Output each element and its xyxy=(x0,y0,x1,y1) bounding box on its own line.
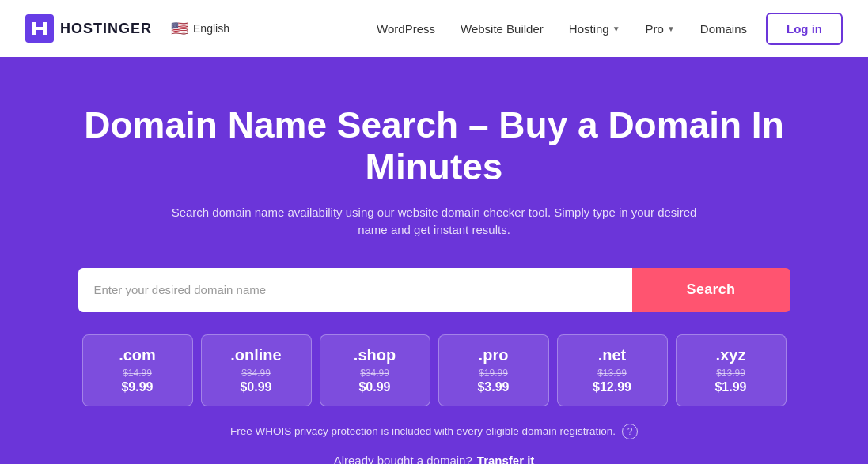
domain-card[interactable]: .pro $19.99 $3.99 xyxy=(438,334,549,406)
login-button[interactable]: Log in xyxy=(766,13,843,45)
nav-link-domains[interactable]: Domains xyxy=(700,22,747,36)
page-title: Domain Name Search – Buy a Domain In Min… xyxy=(57,104,811,188)
nav-item-website-builder[interactable]: Website Builder xyxy=(461,22,544,36)
domain-extension: .online xyxy=(211,346,301,364)
chevron-down-icon: ▼ xyxy=(667,25,675,33)
nav-item-hosting[interactable]: Hosting ▼ xyxy=(569,22,620,36)
domain-search-input[interactable] xyxy=(78,268,632,312)
nav-link-pro[interactable]: Pro ▼ xyxy=(646,22,675,36)
logo-icon xyxy=(25,14,54,43)
domain-original-price: $14.99 xyxy=(93,368,183,379)
transfer-link[interactable]: Transfer it xyxy=(477,454,535,464)
domain-extension: .net xyxy=(567,346,658,364)
transfer-row: Already bought a domain? Transfer it xyxy=(334,454,535,464)
domain-sale-price: $0.99 xyxy=(330,380,420,394)
domain-original-price: $13.99 xyxy=(567,368,658,379)
domain-original-price: $34.99 xyxy=(211,368,301,379)
nav-link-wordpress[interactable]: WordPress xyxy=(377,22,435,36)
domain-extension: .com xyxy=(93,346,183,364)
domain-card[interactable]: .shop $34.99 $0.99 xyxy=(320,334,430,406)
nav-links: WordPress Website Builder Hosting ▼ Pro … xyxy=(377,22,747,36)
nav-link-website-builder[interactable]: Website Builder xyxy=(461,22,544,36)
hero-subtitle: Search domain name availability using ou… xyxy=(157,204,711,240)
info-icon[interactable]: ? xyxy=(622,424,638,439)
search-button[interactable]: Search xyxy=(632,268,790,312)
domain-original-price: $19.99 xyxy=(449,368,539,379)
language-selector[interactable]: 🇺🇸 English xyxy=(171,20,229,37)
lang-label: English xyxy=(193,22,229,35)
domain-extension: .pro xyxy=(449,346,539,364)
hero-section: Domain Name Search – Buy a Domain In Min… xyxy=(0,57,868,464)
whois-row: Free WHOIS privacy protection is include… xyxy=(230,424,638,439)
domain-extension: .xyz xyxy=(686,346,776,364)
navbar: HOSTINGER 🇺🇸 English WordPress Website B… xyxy=(0,0,868,57)
domain-card[interactable]: .com $14.99 $9.99 xyxy=(82,334,193,406)
domain-card[interactable]: .net $13.99 $12.99 xyxy=(557,334,668,406)
whois-text: Free WHOIS privacy protection is include… xyxy=(230,425,616,437)
domain-sale-price: $0.99 xyxy=(211,380,301,394)
domain-search-bar: Search xyxy=(78,268,790,312)
domain-card[interactable]: .xyz $13.99 $1.99 xyxy=(676,334,787,406)
flag-icon: 🇺🇸 xyxy=(171,20,188,37)
nav-item-wordpress[interactable]: WordPress xyxy=(377,22,435,36)
domain-sale-price: $3.99 xyxy=(449,380,539,394)
domain-cards-container: .com $14.99 $9.99 .online $34.99 $0.99 .… xyxy=(82,334,787,406)
domain-extension: .shop xyxy=(330,346,420,364)
nav-item-domains[interactable]: Domains xyxy=(700,22,747,36)
domain-sale-price: $1.99 xyxy=(686,380,776,394)
domain-card[interactable]: .online $34.99 $0.99 xyxy=(201,334,312,406)
nav-link-hosting[interactable]: Hosting ▼ xyxy=(569,22,620,36)
transfer-label: Already bought a domain? xyxy=(334,454,472,464)
logo[interactable]: HOSTINGER xyxy=(25,14,152,43)
logo-text: HOSTINGER xyxy=(60,21,152,37)
chevron-down-icon: ▼ xyxy=(612,25,620,33)
domain-original-price: $34.99 xyxy=(330,368,420,379)
domain-sale-price: $12.99 xyxy=(567,380,658,394)
domain-original-price: $13.99 xyxy=(686,368,776,379)
domain-sale-price: $9.99 xyxy=(93,380,183,394)
nav-item-pro[interactable]: Pro ▼ xyxy=(646,22,675,36)
